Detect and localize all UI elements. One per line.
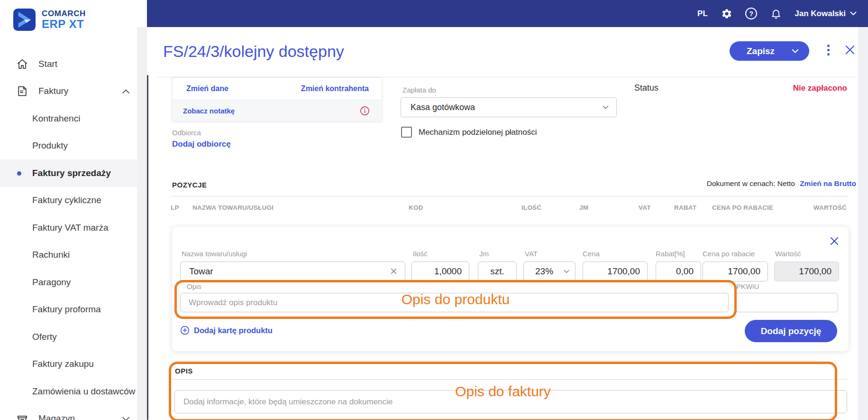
chevron-up-icon[interactable] xyxy=(122,89,130,94)
recipient-label: Odbiorca xyxy=(172,129,201,137)
price-input[interactable] xyxy=(583,261,648,281)
sidebar-item-zamowienia-u-dostawcow[interactable]: Zamówienia u dostawców xyxy=(0,378,137,405)
sidebar-item-rachunki[interactable]: Rachunki xyxy=(0,242,137,269)
payment-due-select[interactable]: Kasa gotówkowa xyxy=(401,97,617,117)
sidebar: COMARCH ERP XT Start Faktury xyxy=(0,0,147,420)
positions-divider xyxy=(172,196,847,196)
split-payment-checkbox[interactable] xyxy=(401,127,412,138)
sidebar-item-label: Kontrahenci xyxy=(32,113,80,124)
vat-value: 23% xyxy=(535,266,553,277)
chevron-down-icon xyxy=(564,270,569,273)
page-title: FS/24/3/kolejny dostępny xyxy=(163,41,344,62)
save-button[interactable]: Zapisz xyxy=(730,41,809,61)
contractor-card: Zmień dane Zmień kontrahenta Zobacz nota… xyxy=(172,77,382,121)
sidebar-item-faktury-vat-marza[interactable]: Faktury VAT marża xyxy=(0,214,137,242)
sidebar-item-faktury-zakupu[interactable]: Faktury zakupu xyxy=(0,351,137,378)
chevron-down-icon xyxy=(603,105,609,109)
circle-plus-icon xyxy=(180,326,190,335)
change-to-gross-link[interactable]: Zmień na Brutto xyxy=(800,179,856,187)
pkwiu-input[interactable] xyxy=(736,293,838,312)
col-jm: JM xyxy=(579,204,588,211)
payment-due-value: Kasa gotówkowa xyxy=(411,103,475,112)
discount-label: Rabat[%] xyxy=(656,250,685,258)
sidebar-item-produkty[interactable]: Produkty xyxy=(0,132,137,160)
pkwiu-label: PKWiU xyxy=(736,282,759,290)
add-recipient-link[interactable]: Dodaj odbiorcę xyxy=(172,140,231,149)
chevron-down-icon xyxy=(792,49,799,54)
change-contractor-link[interactable]: Zmień kontrahenta xyxy=(301,84,369,93)
logo-company: COMARCH xyxy=(42,9,86,18)
unit-input[interactable] xyxy=(478,261,517,281)
add-position-button[interactable]: Dodaj pozycję xyxy=(745,320,837,342)
vat-select[interactable]: 23% xyxy=(523,261,576,281)
sidebar-item-label: Faktury xyxy=(38,86,68,96)
quantity-input[interactable] xyxy=(411,261,469,281)
sidebar-item-magazyn[interactable]: Magazyn xyxy=(0,405,137,420)
name-label: Nazwa towaru/usługi xyxy=(182,250,247,258)
topbar: PL Jan Kowalski xyxy=(147,0,868,27)
price-after-label: Cena po rabacie xyxy=(703,250,755,258)
description-divider xyxy=(172,379,847,380)
col-kod: KOD xyxy=(409,204,423,211)
comarch-logo-icon xyxy=(13,9,36,31)
add-product-card-label: Dodaj kartę produktu xyxy=(194,326,273,335)
sidebar-item-label: Magazyn xyxy=(38,413,75,420)
sidebar-item-oferty[interactable]: Oferty xyxy=(0,323,137,351)
sidebar-nav: Start Faktury Kontrahenci Produkty Faktu… xyxy=(0,50,137,420)
sidebar-item-label: Produkty xyxy=(32,140,68,151)
sidebar-item-faktury-cykliczne[interactable]: Faktury cykliczne xyxy=(0,187,137,215)
app-window: PL Jan Kowalski COMARCH ERP XT xyxy=(0,0,868,420)
value-input-disabled xyxy=(774,261,839,281)
document-pricing: Dokument w cenach: Netto Zmień na Brutto xyxy=(707,179,856,188)
sidebar-item-start[interactable]: Start xyxy=(0,50,137,78)
discount-input[interactable] xyxy=(656,261,701,281)
sidebar-item-paragony[interactable]: Paragony xyxy=(0,269,137,296)
sidebar-item-label: Paragony xyxy=(32,277,71,288)
see-note-link[interactable]: Zobacz notatkę xyxy=(183,107,235,115)
close-icon[interactable] xyxy=(829,235,840,247)
sidebar-item-label: Rachunki xyxy=(32,250,70,260)
gear-icon[interactable] xyxy=(721,8,732,19)
value-label: Wartość xyxy=(775,250,801,258)
sidebar-item-kontrahenci[interactable]: Kontrahenci xyxy=(0,105,137,132)
sidebar-item-faktury-proforma[interactable]: Faktury proforma xyxy=(0,296,137,324)
comarch-logo[interactable]: COMARCH ERP XT xyxy=(13,9,86,31)
sidebar-item-faktury-sprzedazy[interactable]: Faktury sprzedaży xyxy=(0,159,137,187)
language-selector[interactable]: PL xyxy=(697,9,708,19)
product-name-input[interactable] xyxy=(180,261,405,281)
clear-icon[interactable] xyxy=(390,268,397,275)
user-menu[interactable]: Jan Kowalski xyxy=(795,9,857,19)
invoice-icon xyxy=(16,85,28,97)
description-heading: OPIS xyxy=(175,367,193,375)
split-payment-row: Mechanizm podzielonej płatności xyxy=(401,127,537,138)
help-icon[interactable] xyxy=(745,8,757,19)
info-icon[interactable] xyxy=(360,106,370,116)
home-icon xyxy=(16,58,28,70)
sidebar-item-label: Faktury VAT marża xyxy=(32,223,108,233)
sidebar-item-label: Oferty xyxy=(32,332,57,342)
close-icon[interactable] xyxy=(843,43,858,57)
product-desc-input[interactable] xyxy=(180,293,729,312)
price-after-discount-input[interactable] xyxy=(703,261,768,281)
kebab-menu-icon[interactable] xyxy=(823,45,833,59)
pricing-text: Dokument w cenach: Netto xyxy=(707,179,795,187)
col-rabat: RABAT xyxy=(674,204,696,211)
col-ilosc: ILOŚĆ xyxy=(521,204,541,211)
change-data-link[interactable]: Zmień dane xyxy=(186,84,228,93)
bell-icon[interactable] xyxy=(770,8,782,19)
col-cena-po-rabacie: CENA PO RABACIE xyxy=(712,204,773,211)
add-product-card-link[interactable]: Dodaj kartę produktu xyxy=(180,326,273,335)
sidebar-item-faktury[interactable]: Faktury xyxy=(0,78,137,105)
product-desc-label: Opis xyxy=(187,282,201,290)
chevron-down-icon xyxy=(850,11,857,16)
warehouse-icon xyxy=(16,412,28,420)
active-item-dot xyxy=(17,171,21,176)
payment-due-label: Zapłata do xyxy=(402,86,436,94)
sidebar-item-label: Start xyxy=(38,59,57,69)
col-vat: VAT xyxy=(639,204,651,211)
sidebar-item-label: Faktury cykliczne xyxy=(32,195,101,205)
status-badge: Nie zapłacono xyxy=(793,84,847,93)
invoice-description-input[interactable] xyxy=(174,390,847,413)
chevron-down-icon[interactable] xyxy=(122,416,130,420)
sidebar-scrollbar-thumb[interactable] xyxy=(147,75,148,420)
